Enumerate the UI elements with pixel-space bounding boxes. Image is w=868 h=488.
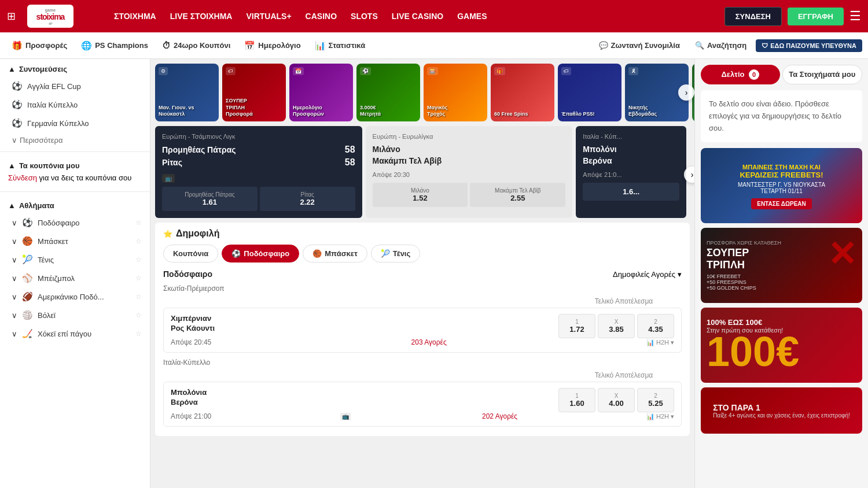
pop-match1-odd-1[interactable]: 1 1.72 <box>558 314 595 338</box>
pop-match1-odd-x[interactable]: X 3.85 <box>598 314 635 338</box>
baseball-star-icon[interactable]: ☆ <box>135 274 142 282</box>
pop-match2-odd-1[interactable]: 1 1.60 <box>558 388 595 412</box>
coupons-header[interactable]: ▲ Τα κουπόνια μου <box>8 161 142 170</box>
nav-slots[interactable]: SLOTS <box>351 12 378 21</box>
promo-card-countdown[interactable]: ⚽ 3.000€Μετρητά <box>356 64 420 121</box>
match2-league: Ευρώπη - Ευρωλίγκα <box>373 133 566 140</box>
live-chat-button[interactable]: 💬 Ζωντανή Συνομιλία <box>593 38 686 53</box>
logo-area[interactable]: game stoixima .gr <box>27 5 102 28</box>
nav-virtuals[interactable]: VIRTUALS+ <box>246 12 291 21</box>
nav-live-stoixima[interactable]: LIVE ΣΤΟΙΧΗΜΑ <box>170 12 233 21</box>
right-banner-100-bonus[interactable]: 100% ΕΩΣ 100€ Στην πρώτη σου κατάθεση! 1… <box>701 308 862 383</box>
nav-casino[interactable]: CASINO <box>306 12 337 21</box>
register-button[interactable]: ΕΓΓΡΑΦΗ <box>788 8 844 25</box>
nav-ps-champions[interactable]: 🌐 PS Champions <box>75 37 154 54</box>
sports-section-header[interactable]: ▲ Αθλήματα <box>0 195 150 213</box>
basketball-star-icon[interactable]: ☆ <box>135 237 142 245</box>
football-icon: ⚽ <box>22 217 33 228</box>
tab-coupons[interactable]: Κουπόνια <box>163 245 218 263</box>
popular-tabs: Κουπόνια ⚽ Ποδόσφαιρο 🏀 Μπάσκετ 🎾 Τένις <box>163 245 682 263</box>
grid-icon[interactable]: ⊞ <box>7 10 16 23</box>
right-banner-super-tripl[interactable]: ΠΡΟΣΦΟΡΑ ΧΩΡΙΣ ΚΑΤΑΘΕΣΗ ΣΟΥΠΕΡ ΤΡΙΠΛΗ 10… <box>701 228 862 303</box>
match3-odd-1[interactable]: 1.6... <box>583 183 679 201</box>
match1-odd-label-1: Προμηθέας Πάτρας <box>164 191 255 198</box>
h2h-chevron: ▾ <box>671 339 674 346</box>
promo-card-ps5-prize[interactable]: 🏷 Έπαθλο PS5! <box>558 64 621 121</box>
coupon-text: Σύνδεση για να δεις τα κουπόνια σου <box>8 173 142 182</box>
nav-ps-champions-label: PS Champions <box>95 41 148 50</box>
ice-hockey-star-icon[interactable]: ☆ <box>135 330 142 338</box>
right-banner-1-cta[interactable]: ΕΝΤΑΣΕ ΔΩΡΕΑΝ <box>751 198 812 209</box>
hamburger-icon[interactable]: ☰ <box>849 9 861 24</box>
pop-match1-markets[interactable]: 203 Αγορές <box>411 338 447 346</box>
promo-card-offer-calendar[interactable]: 📅 ΗμερολόγιοΠροσφορών <box>289 64 353 121</box>
sidebar-item-american-football[interactable]: ∨ 🏈 Αμερικάνικο Ποδό... ☆ <box>0 287 150 306</box>
search-button[interactable]: 🔍 Αναζήτηση <box>689 38 752 53</box>
sidebar-item-italy-cup[interactable]: ⚽ Ιταλία Κύπελλο <box>0 95 150 114</box>
nav-coupon-24[interactable]: ⏱ 24ωρο Κουπόνι <box>156 37 236 54</box>
tab-tennis-label: Τένις <box>393 249 410 258</box>
sidebar-item-england-efl[interactable]: ⚽ Αγγλία EFL Cup <box>0 77 150 95</box>
volleyball-icon: 🏐 <box>22 310 33 320</box>
match1-odd-team1[interactable]: Προμηθέας Πάτρας 1.61 <box>162 187 258 211</box>
nav-games[interactable]: GAMES <box>457 12 487 21</box>
live-match-card-1: Ευρώπη - Τσάμπιονς Λιγκ Προμηθέας Πάτρας… <box>155 126 362 218</box>
coupons-title: Τα κουπόνια μου <box>19 161 80 170</box>
pop-match1-value-1: 1.72 <box>561 325 593 334</box>
sidebar-item-germany-cup[interactable]: ⚽ Γερμανία Κύπελλο <box>0 114 150 132</box>
pop-match2-odd-x[interactable]: X 4.00 <box>598 388 635 412</box>
pop-match1-h2h[interactable]: 📊 H2H ▾ <box>646 339 674 346</box>
tab-tennis[interactable]: 🎾 Τένις <box>371 245 420 263</box>
tab-basketball[interactable]: 🏀 Μπάσκετ <box>303 245 367 263</box>
sidebar-item-ice-hockey[interactable]: ∨ 🏒 Χόκεϊ επί πάγου ☆ <box>0 324 150 343</box>
match1-odds-row: Προμηθέας Πάτρας 1.61 Ρίτας 2.22 <box>162 187 355 211</box>
nav-stats[interactable]: 📊 Στατιστικά <box>309 37 372 54</box>
sidebar-item-volleyball[interactable]: ∨ 🏐 Βόλεϊ ☆ <box>0 306 150 324</box>
volleyball-label: Βόλεϊ <box>38 311 56 320</box>
betslip-tab-my-bets[interactable]: Τα Στοιχήματά μου <box>782 65 863 84</box>
promo-card-magic-wheel[interactable]: 🎰 ΜαγικόςΤροχός <box>424 64 487 121</box>
pop-match2-odd-2[interactable]: 2 5.25 <box>637 388 674 412</box>
football-star-icon[interactable]: ☆ <box>135 219 142 227</box>
popular-match-row-2: Μπολόνια Βερόνα 1 1.60 X 4.00 2 <box>163 382 682 427</box>
nav-stoixima[interactable]: ΣΤΟΙΧΗΜΑ <box>114 12 156 21</box>
pop-match2-h2h[interactable]: 📊 H2H ▾ <box>646 413 674 420</box>
shortcuts-section-header[interactable]: ▲ Συντομεύσεις <box>0 59 150 77</box>
pop-match1-teams: Χιμπέρνιαν Ρος Κάουντι <box>171 314 554 332</box>
responsible-gaming-badge[interactable]: 🛡 ΕΔΩ ΠΑΙΖΟΥΜΕ ΥΠΕΥΘΥΝΑ <box>756 39 862 52</box>
match2-odd-1[interactable]: Μιλάνο 1.52 <box>373 183 468 207</box>
pop-match2-markets[interactable]: 202 Αγορές <box>482 412 517 420</box>
nav-calendar[interactable]: 📅 Ημερολόγιο <box>238 37 306 54</box>
tennis-star-icon[interactable]: ☆ <box>135 256 142 264</box>
sidebar-item-football[interactable]: ∨ ⚽ Ποδόσφαιρο ☆ <box>0 213 150 232</box>
match1-odd-team2[interactable]: Ρίτας 2.22 <box>260 187 355 211</box>
volleyball-star-icon[interactable]: ☆ <box>135 311 142 319</box>
promo-card-ps-champions[interactable]: ⚙ Μαν. Γιουν. vsΝιούκαστλ <box>155 64 219 121</box>
tab-football[interactable]: ⚽ Ποδόσφαιρο <box>222 245 299 263</box>
promo-card-free-spins[interactable]: 🎁 60 Free Spins <box>491 64 554 121</box>
logo[interactable]: game stoixima .gr <box>27 5 73 28</box>
login-button[interactable]: ΣΥΝΔΕΣΗ <box>724 7 782 26</box>
promo-card-super-tripl[interactable]: 🏷 ΣΟΥΠΕΡΤΡΙΠΛΗΠροσφορά <box>222 64 286 121</box>
sidebar-item-baseball[interactable]: ∨ ⚾ Μπέιζμπολ ☆ <box>0 269 150 287</box>
match3-team1-row: Μπολόνι <box>583 145 679 154</box>
basketball-icon: 🏀 <box>22 236 33 246</box>
sidebar-item-tennis[interactable]: ∨ 🎾 Τένις ☆ <box>0 250 150 269</box>
volleyball-collapse-icon: ∨ <box>12 311 17 320</box>
nav-offers[interactable]: 🎁 Προσφορές <box>6 37 73 54</box>
pop-match1-odd-2[interactable]: 2 4.35 <box>637 314 674 338</box>
betslip-tab-active[interactable]: Δελτίο 0 <box>701 65 780 84</box>
am-football-star-icon[interactable]: ☆ <box>135 293 142 301</box>
more-shortcuts-link[interactable]: ∨ Περισσότερα <box>0 132 150 148</box>
right-banner-para1[interactable]: ΣΤΟ ΠΑΡΑ 1 Παίξε 4+ αγώνες και αν χάσεις… <box>701 387 862 434</box>
popular-markets-dropdown[interactable]: Δημοφιλείς Αγορές ▾ <box>613 270 682 279</box>
nav-live-casino[interactable]: LIVE CASINO <box>392 12 443 21</box>
sidebar-item-basketball[interactable]: ∨ 🏀 Μπάσκετ ☆ <box>0 232 150 250</box>
match3-teams: Μπολόνι Βερόνα <box>583 145 679 165</box>
promo-next-button[interactable]: › <box>678 84 694 101</box>
match2-odd-2[interactable]: Μακάμπι Τελ Αβίβ 2.55 <box>470 183 565 207</box>
pop-match2-label-x: X <box>601 393 632 399</box>
match1-league: Ευρώπη - Τσάμπιονς Λιγκ <box>162 133 355 140</box>
coupon-login-link[interactable]: Σύνδεση <box>8 173 37 182</box>
right-banner-ps-champions[interactable]: ΜΠΑΙΝΕΙΣ ΣΤΗ ΜΑΧΗ ΚΑΙ ΚΕΡΔΙΖΕΙΣ FREEBETS… <box>701 148 862 223</box>
